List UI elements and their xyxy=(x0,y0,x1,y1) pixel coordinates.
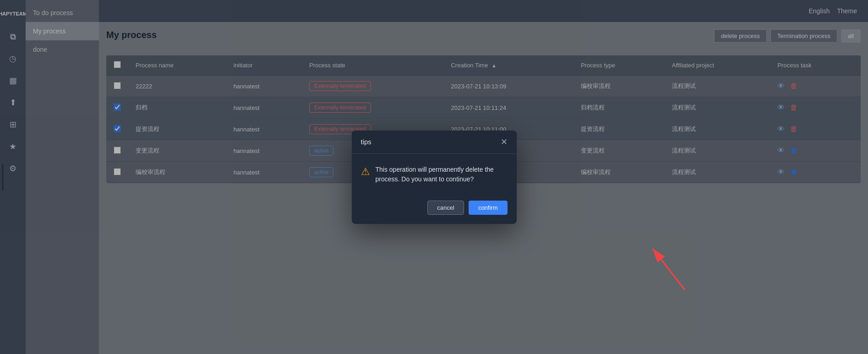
arrow-indicator xyxy=(639,235,699,294)
modal-message: This operation will permanently delete t… xyxy=(376,165,508,184)
modal-overlay: tips ✕ ⚠ This operation will permanently… xyxy=(99,22,868,354)
modal-title: tips xyxy=(361,138,371,146)
main-content: English Theme My process delete process … xyxy=(99,0,868,354)
content-area: My process delete process Termination pr… xyxy=(99,22,868,354)
modal-body: ⚠ This operation will permanently delete… xyxy=(352,154,517,195)
delete-confirm-modal: tips ✕ ⚠ This operation will permanently… xyxy=(352,131,517,224)
svg-line-1 xyxy=(653,249,685,290)
modal-footer: cancel confirm xyxy=(352,195,517,224)
modal-close-button[interactable]: ✕ xyxy=(501,137,508,147)
warning-icon: ⚠ xyxy=(361,166,370,178)
modal-header: tips ✕ xyxy=(352,131,517,154)
confirm-button[interactable]: confirm xyxy=(469,201,508,215)
cancel-button[interactable]: cancel xyxy=(427,201,464,215)
